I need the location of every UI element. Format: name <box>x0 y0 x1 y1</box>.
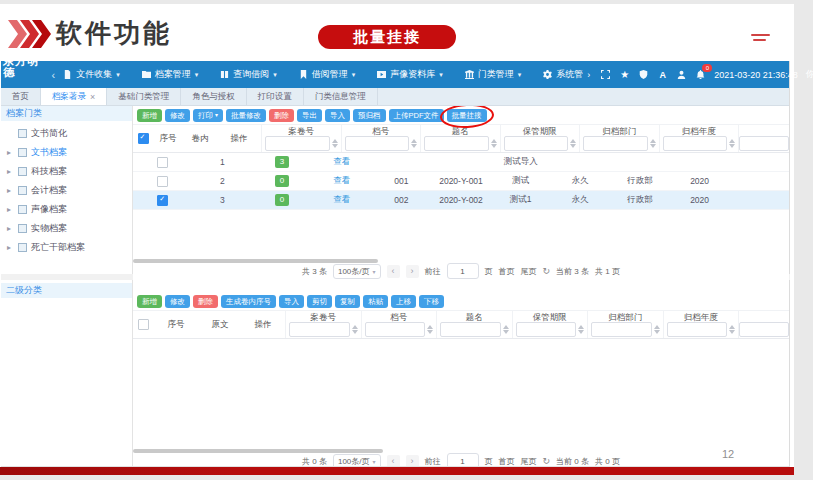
volume-count-badge[interactable]: 0 <box>275 175 289 187</box>
pre-archive-button[interactable]: 预归档 <box>353 109 386 122</box>
cut-button[interactable]: 剪切 <box>307 295 332 308</box>
sort-icon[interactable] <box>654 325 660 334</box>
add-button-2[interactable]: 新增 <box>137 295 162 308</box>
filter-input-retention[interactable] <box>504 136 569 151</box>
nav-menu-query-borrow[interactable]: 查询借阅 ▾ <box>220 68 277 81</box>
expand-arrow-icon[interactable]: ▸ <box>7 167 14 176</box>
export-button[interactable]: 导出 <box>297 109 322 122</box>
sort-icon[interactable] <box>411 139 417 148</box>
view-link[interactable]: 查看 <box>333 175 350 187</box>
filter-input-retention-2[interactable] <box>516 322 577 337</box>
paste-button[interactable]: 粘贴 <box>363 295 388 308</box>
copy-button[interactable]: 复制 <box>335 295 360 308</box>
sort-icon[interactable] <box>578 325 584 334</box>
bell-icon[interactable]: 0 <box>695 69 706 80</box>
tree-item-selected[interactable]: ▸文书档案 <box>1 143 132 162</box>
filter-input-archive-number-2[interactable] <box>365 322 426 337</box>
generate-seq-button[interactable]: 生成卷内序号 <box>221 295 276 308</box>
font-size-icon[interactable]: A <box>657 69 668 80</box>
nav-menu-media-library[interactable]: 声像资料库 ▾ <box>377 68 443 81</box>
tab-category-info[interactable]: 门类信息管理 <box>304 88 378 105</box>
row-checkbox[interactable] <box>157 176 168 187</box>
sort-icon[interactable] <box>503 325 509 334</box>
tree-item[interactable]: ▸实物档案 <box>1 219 132 238</box>
close-icon[interactable]: × <box>90 92 95 102</box>
volume-count-badge[interactable]: 0 <box>275 194 289 206</box>
tab-archive-cataloging[interactable]: 档案著录 × <box>41 88 107 105</box>
tab-roles[interactable]: 角色与授权 <box>181 88 247 105</box>
tree-item[interactable]: ▸科技档案 <box>1 162 132 181</box>
first-page-link[interactable]: 首页 <box>499 266 515 277</box>
page-size-select-2[interactable]: 100条/页 ▾ <box>333 454 381 467</box>
view-link[interactable]: 查看 <box>333 194 350 206</box>
sort-icon[interactable] <box>332 139 338 148</box>
sort-icon[interactable] <box>650 139 656 148</box>
fullscreen-icon[interactable] <box>600 69 611 80</box>
last-page-link[interactable]: 尾页 <box>521 456 537 467</box>
expand-arrow-icon[interactable]: ▸ <box>7 224 14 233</box>
row-checkbox-checked[interactable] <box>157 195 168 206</box>
user-icon[interactable] <box>676 69 687 80</box>
filter-input-file-number[interactable] <box>265 136 330 151</box>
nav-menu-category-mgmt[interactable]: 门类管理 ▾ <box>465 68 522 81</box>
tab-home[interactable]: 首页 <box>1 88 41 105</box>
tab-basic-category[interactable]: 基础门类管理 <box>107 88 181 105</box>
import-button-2[interactable]: 导入 <box>279 295 304 308</box>
star-icon[interactable]: ★ <box>619 69 630 80</box>
nav-menu-archive-mgmt[interactable]: 档案管理 ▾ <box>142 68 199 81</box>
filter-input-file-number-2[interactable] <box>289 322 350 337</box>
shield-icon[interactable] <box>638 69 649 80</box>
sort-icon[interactable] <box>352 325 358 334</box>
tree-item[interactable]: ▸死亡干部档案 <box>1 238 132 257</box>
tab-print-settings[interactable]: 打印设置 <box>247 88 304 105</box>
row-checkbox[interactable] <box>157 157 168 168</box>
expand-arrow-icon[interactable]: ▸ <box>7 186 14 195</box>
sort-icon[interactable] <box>427 325 433 334</box>
prev-page-button[interactable]: ‹ <box>387 455 400 467</box>
expand-arrow-icon[interactable]: ▸ <box>7 243 14 252</box>
filter-input-department-2[interactable] <box>591 322 652 337</box>
tree-item[interactable]: ▸声像档案 <box>1 200 132 219</box>
expand-arrow-icon[interactable]: ▸ <box>7 205 14 214</box>
sort-icon[interactable] <box>491 139 497 148</box>
first-page-link[interactable]: 首页 <box>499 456 515 467</box>
collapse-menu-icon[interactable]: ‹ <box>52 69 56 81</box>
table-row[interactable]: 1 3 查看 测试导入 <box>133 153 789 172</box>
view-link[interactable]: 查看 <box>333 156 350 168</box>
refresh-icon[interactable]: ↻ <box>543 456 551 466</box>
filter-input-archive-number[interactable] <box>345 136 410 151</box>
filter-input-partial-2[interactable] <box>739 322 789 337</box>
import-button[interactable]: 导入 <box>325 109 350 122</box>
table-row-selected[interactable]: 3 0 查看 002 2020-Y-002 测试1 永久 行政部 2020 <box>133 191 789 210</box>
move-down-button[interactable]: 下移 <box>419 295 444 308</box>
edit-button[interactable]: 修改 <box>165 109 190 122</box>
prev-page-button[interactable]: ‹ <box>387 265 400 278</box>
volume-count-badge[interactable]: 3 <box>275 156 289 168</box>
filter-input-year-2[interactable] <box>667 322 728 337</box>
batch-edit-button[interactable]: 批量修改 <box>226 109 266 122</box>
select-all-checkbox[interactable] <box>138 133 149 144</box>
select-all-checkbox-2[interactable] <box>138 319 149 330</box>
move-up-button[interactable]: 上移 <box>391 295 416 308</box>
next-page-button[interactable]: › <box>406 455 419 467</box>
edit-button-2[interactable]: 修改 <box>165 295 190 308</box>
page-size-select[interactable]: 100条/页 ▾ <box>333 264 381 279</box>
nav-menu-system[interactable]: 系统管 › <box>543 68 590 81</box>
filter-input-title[interactable] <box>424 136 489 151</box>
scrollbar-thumb[interactable] <box>133 259 378 263</box>
delete-button-2[interactable]: 删除 <box>193 295 218 308</box>
delete-button[interactable]: 删除 <box>269 109 294 122</box>
filter-input-partial[interactable] <box>739 136 789 151</box>
expand-arrow-icon[interactable]: ▸ <box>7 148 14 157</box>
sort-icon[interactable] <box>729 139 735 148</box>
filter-input-year[interactable] <box>663 136 728 151</box>
upload-pdf-button[interactable]: 上传PDF文件 <box>389 109 444 122</box>
batch-link-callout-button[interactable]: 批量挂接 <box>318 25 456 49</box>
filter-input-title-2[interactable] <box>440 322 501 337</box>
print-dropdown-button[interactable]: 打印 ▾ <box>193 109 223 122</box>
filter-input-department[interactable] <box>583 136 648 151</box>
next-page-button[interactable]: › <box>406 265 419 278</box>
refresh-icon[interactable]: ↻ <box>543 266 551 276</box>
sort-icon[interactable] <box>729 325 735 334</box>
nav-menu-file-collect[interactable]: 文件收集 ▾ <box>63 68 120 81</box>
